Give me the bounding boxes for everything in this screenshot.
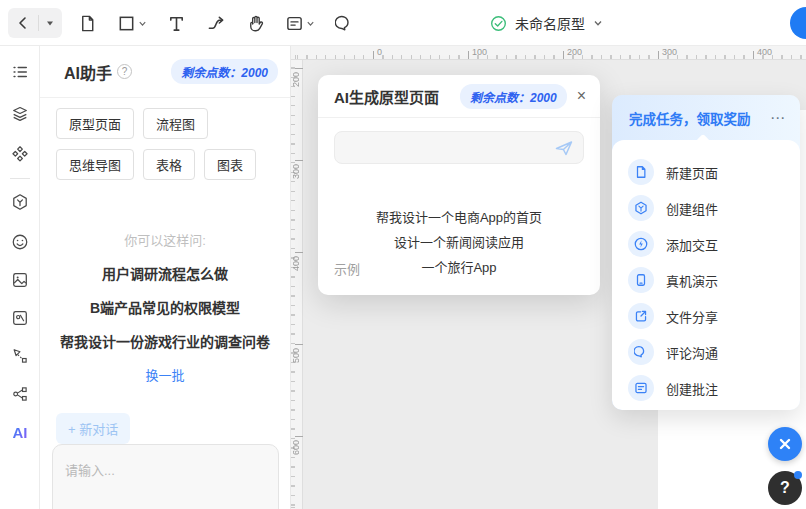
left-sidebar: AI	[0, 46, 40, 509]
task-panel-title: 完成任务，领取奖励	[629, 108, 751, 128]
ruler-label: 400	[291, 256, 301, 271]
points-badge: 剩余点数：2000	[460, 84, 567, 109]
ruler-label: 300	[291, 164, 301, 179]
ruler-label: 100	[472, 47, 487, 57]
add-interaction-icon	[628, 231, 654, 257]
category-flowchart-button[interactable]: 流程图	[143, 108, 208, 139]
modal-title: AI生成原型页面	[334, 86, 439, 107]
shape-tool[interactable]	[117, 14, 147, 33]
note-icon	[285, 14, 304, 33]
category-table-button[interactable]: 表格	[143, 149, 195, 180]
suggestion-hint: 你可以这样问:	[40, 230, 290, 249]
ai-generate-modal: AI生成原型页面 剩余点数：2000 × 示例 帮我设计一个电商App的首页 设…	[318, 75, 600, 295]
task-add-interaction[interactable]: 添加交互	[628, 231, 788, 257]
suggestion-item[interactable]: 用户调研流程怎么做	[40, 263, 290, 283]
shape-dropdown-icon	[138, 19, 147, 28]
ruler-label: 200	[291, 72, 301, 87]
document-title-group[interactable]: 未命名原型	[490, 0, 603, 46]
title-dropdown-icon	[593, 18, 603, 28]
close-icon	[778, 437, 792, 451]
example-item[interactable]: 设计一个新闻阅读应用	[318, 232, 600, 251]
task-reward-panel: 完成任务，领取奖励 ⋯ 新建页面 创建组件 添加交互	[612, 95, 800, 410]
chat-input-placeholder: 请输入...	[65, 460, 115, 479]
ai-logo[interactable]: AI	[10, 422, 30, 442]
notification-dot	[794, 471, 802, 479]
create-component-icon	[628, 195, 654, 221]
new-chat-button[interactable]: + 新对话	[56, 413, 130, 444]
sticker-icon[interactable]	[10, 308, 30, 328]
ai-panel-title: AI助手	[64, 60, 112, 84]
vector-icon[interactable]	[10, 346, 30, 366]
ruler-label: 0	[377, 47, 382, 57]
top-toolbar: 未命名原型	[0, 0, 806, 46]
image-icon[interactable]	[10, 270, 30, 290]
vertical-ruler: 200 300 400 500 600	[291, 60, 303, 509]
task-comment[interactable]: 评论沟通	[628, 339, 788, 365]
ruler-label: 600	[291, 440, 301, 455]
page-icon[interactable]	[78, 14, 97, 33]
category-prototype-button[interactable]: 原型页面	[56, 108, 134, 139]
help-icon[interactable]: ?	[117, 64, 132, 79]
suggestion-item[interactable]: 帮我设计一份游戏行业的调查问卷	[40, 331, 290, 351]
back-dropdown-icon[interactable]	[39, 8, 61, 38]
more-options-icon[interactable]: ⋯	[770, 109, 786, 127]
example-item[interactable]: 帮我设计一个电商App的首页	[318, 207, 600, 226]
emoji-icon[interactable]	[10, 232, 30, 252]
ai-assistant-panel: AI助手 ? 剩余点数：2000 原型页面 流程图 思维导图 表格 图表 你可以…	[40, 46, 291, 509]
device-preview-icon	[628, 267, 654, 293]
prompt-input[interactable]	[334, 131, 584, 164]
sync-check-icon	[490, 15, 507, 32]
components-icon[interactable]	[10, 144, 30, 164]
task-device-preview[interactable]: 真机演示	[628, 267, 788, 293]
comment-icon	[628, 339, 654, 365]
page-list-icon[interactable]	[10, 62, 30, 82]
document-title: 未命名原型	[515, 13, 585, 33]
task-annotation[interactable]: 创建批注	[628, 375, 788, 401]
close-icon[interactable]: ×	[577, 88, 586, 104]
share-nodes-icon[interactable]	[10, 384, 30, 404]
send-icon[interactable]	[554, 138, 574, 162]
chat-input-area[interactable]: 请输入... 0/200 发送	[52, 444, 279, 509]
layers-icon[interactable]	[10, 104, 30, 124]
connector-icon[interactable]	[206, 14, 226, 33]
hand-tool-icon[interactable]	[246, 14, 265, 33]
task-file-share[interactable]: 文件分享	[628, 303, 788, 329]
horizontal-ruler: 0 100 200 300 400	[291, 46, 806, 60]
points-badge: 剩余点数：2000	[171, 59, 278, 84]
task-new-page[interactable]: 新建页面	[628, 159, 788, 185]
example-item[interactable]: 一个旅行App	[318, 257, 600, 276]
app-window: 0 100 200 300 400 200 300 400 500 600	[0, 0, 806, 509]
text-tool-icon[interactable]	[167, 14, 186, 33]
annotation-icon	[628, 375, 654, 401]
avatar[interactable]	[790, 7, 806, 39]
dismiss-task-panel-button[interactable]	[768, 427, 802, 461]
ruler-label: 400	[757, 47, 772, 57]
task-create-component[interactable]: 创建组件	[628, 195, 788, 221]
resource-icon[interactable]	[10, 192, 30, 212]
note-dropdown-icon	[306, 19, 315, 28]
new-page-icon	[628, 159, 654, 185]
note-tool[interactable]	[285, 14, 315, 33]
file-share-icon	[628, 303, 654, 329]
ruler-label: 500	[291, 348, 301, 363]
category-mindmap-button[interactable]: 思维导图	[56, 149, 134, 180]
task-list: 新建页面 创建组件 添加交互 真机演示	[612, 140, 800, 410]
ruler-label: 300	[662, 47, 677, 57]
category-chart-button[interactable]: 图表	[204, 149, 256, 180]
refresh-suggestions-link[interactable]: 换一批	[40, 365, 290, 384]
comment-tool-icon[interactable]	[335, 14, 354, 33]
back-button[interactable]	[8, 8, 38, 38]
suggestion-item[interactable]: B端产品常见的权限模型	[40, 297, 290, 317]
back-button-group	[8, 8, 62, 38]
ruler-label: 200	[567, 47, 582, 57]
